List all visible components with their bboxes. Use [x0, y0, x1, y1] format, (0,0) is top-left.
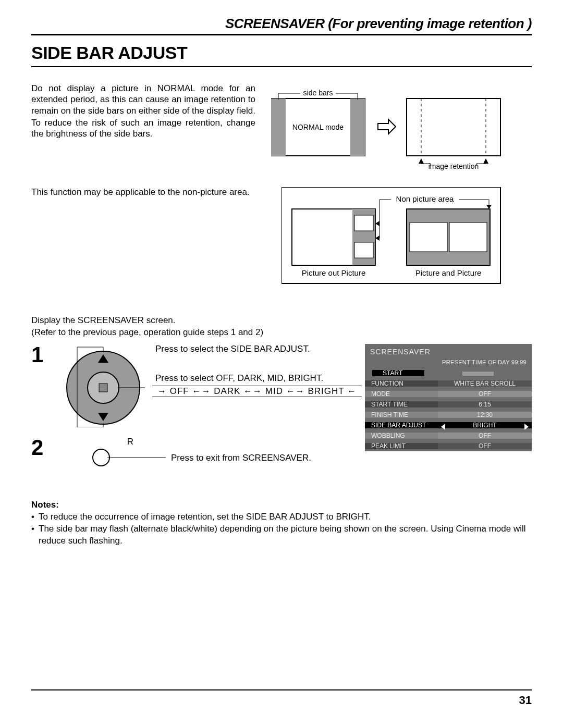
title-block: SIDE BAR ADJUST — [31, 43, 532, 67]
label-pop: Picture out Picture — [302, 268, 366, 277]
svg-rect-33 — [449, 223, 487, 252]
step2-number: 2 — [31, 437, 47, 459]
label-normal-mode: NORMAL mode — [292, 123, 344, 131]
osd-row-start-time: START TIME 6:15 — [365, 399, 532, 410]
page-number: 31 — [519, 694, 532, 707]
svg-rect-7 — [407, 98, 500, 156]
manual-page: SCREENSAVER (For preventing image retent… — [0, 0, 563, 728]
page-header: SCREENSAVER (For preventing image retent… — [31, 16, 532, 35]
remote-r-button-icon — [62, 447, 166, 468]
intro-p2: To reduce the risk of such an image rete… — [31, 117, 255, 140]
step1-number: 1 — [31, 344, 47, 366]
svg-point-46 — [93, 449, 109, 466]
notes-heading: Notes: — [31, 499, 532, 511]
triangle-right-icon — [524, 424, 529, 430]
remote-dial-icon — [62, 344, 145, 427]
notes-block: Notes: To reduce the occurrence of image… — [31, 499, 532, 547]
diagram-side-bars: side bars NORMAL mode image retention — [271, 83, 532, 171]
step1-sequence: → OFF ←→ DARK ←→ MID ←→ BRIGHT ← — [157, 386, 357, 396]
osd-menu: SCREENSAVER PRESENT TIME OF DAY 99:99 ST… — [365, 344, 532, 451]
page-footer: 31 — [31, 689, 532, 707]
osd-row-side-bar: SIDE BAR ADJUST BRIGHT — [365, 420, 532, 430]
label-pap: Picture and Picture — [415, 268, 482, 277]
header-title: SCREENSAVER (For preventing image retent… — [225, 16, 532, 31]
svg-rect-23 — [354, 215, 373, 231]
step-1: 1 Pr — [31, 344, 532, 427]
svg-marker-10 — [419, 158, 424, 164]
non-picture-row: This function may be applicable to the n… — [31, 187, 532, 294]
intro-p1: Do not display a picture in NORMAL mode … — [31, 83, 255, 116]
svg-rect-24 — [354, 242, 373, 258]
triangle-left-icon — [441, 424, 445, 430]
osd-time-row: PRESENT TIME OF DAY 99:99 — [365, 359, 532, 368]
svg-marker-11 — [483, 158, 488, 164]
note-1: To reduce the occurrence of image retent… — [31, 511, 532, 523]
step2-line-a: Press to exit from SCREENSAVER. — [171, 453, 311, 463]
non-picture-text: This function may be applicable to the n… — [31, 187, 255, 294]
osd-title: SCREENSAVER — [365, 344, 532, 359]
steps: 1 Pr — [31, 344, 532, 470]
osd-row-function: FUNCTION WHITE BAR SCROLL — [365, 378, 532, 389]
label-image-retention: image retention — [429, 162, 479, 170]
intro-row: Do not display a picture in NORMAL mode … — [31, 83, 532, 171]
osd-row-mode: MODE OFF — [365, 389, 532, 399]
precede-l2: (Refer to the previous page, operation g… — [31, 327, 532, 339]
svg-rect-36 — [99, 384, 107, 392]
precede-text: Display the SCREENSAVER screen. (Refer t… — [31, 315, 532, 339]
note-2: The side bar may flash (alternate black/… — [31, 523, 532, 547]
svg-rect-32 — [410, 223, 447, 252]
label-side-bars: side bars — [303, 89, 333, 97]
osd-row-finish-time: FINISH TIME 12:30 — [365, 410, 532, 420]
osd-row-start: START — [365, 368, 532, 378]
svg-rect-1 — [271, 98, 286, 156]
page-title: SIDE BAR ADJUST — [31, 43, 187, 63]
svg-rect-2 — [350, 98, 365, 156]
label-non-picture-area: Non picture area — [396, 194, 455, 203]
intro-text: Do not display a picture in NORMAL mode … — [31, 83, 255, 171]
diagram-non-picture: Non picture area Picture out Picture — [282, 187, 532, 294]
step-2: 2 R Press to exit from SCREENSAVER. — [31, 437, 532, 470]
step2-r-label: R — [95, 437, 166, 447]
precede-l1: Display the SCREENSAVER screen. — [31, 315, 532, 327]
